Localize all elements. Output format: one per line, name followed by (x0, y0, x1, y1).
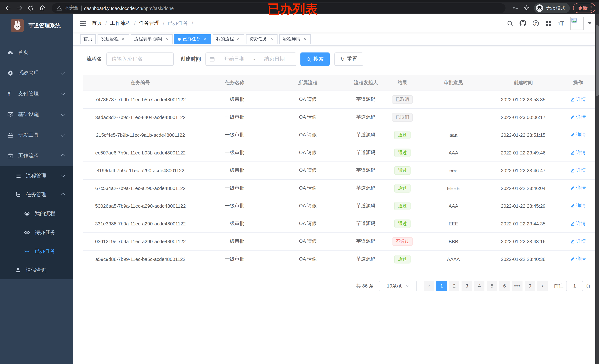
star-icon[interactable] (522, 4, 531, 12)
reset-button[interactable]: ↻ 重置 (335, 53, 363, 66)
task-id-cell: 3adac3d2-7b9d-11ec-8404-acde48001122 (83, 108, 198, 126)
close-icon[interactable] (269, 36, 274, 42)
view-tab[interactable]: 我的流程 (213, 34, 244, 44)
sidebar-item[interactable]: 研发工具 (0, 125, 73, 146)
incognito-label: 无痕模式 (546, 5, 565, 11)
search-button[interactable]: 搜索 (300, 53, 330, 66)
sidebar-item[interactable]: 待办任务 (0, 223, 73, 242)
sidebar-item[interactable]: 任务管理 (0, 185, 73, 204)
close-icon[interactable] (164, 36, 169, 42)
key-icon[interactable] (511, 4, 519, 12)
page-size-select[interactable]: 10条/页 (379, 281, 417, 291)
create-time-cell: 2022-01-22 23:51:15 (490, 126, 557, 144)
back-icon[interactable] (4, 4, 12, 12)
comment-cell: AAA (417, 197, 490, 215)
page-number-button[interactable]: 6 (499, 281, 510, 291)
page-number-button[interactable]: 5 (487, 281, 497, 291)
table-row: 03d1219e-7b9a-11ec-a290-acde48001122 一级审… (83, 232, 599, 250)
update-button[interactable]: 更新 (573, 3, 595, 13)
page-number-button[interactable]: 2 (449, 281, 459, 291)
comment-cell: eee (417, 161, 490, 179)
result-badge: 通过 (394, 255, 411, 263)
view-tab[interactable]: 发起流程 (97, 34, 129, 44)
sidebar-item[interactable]: 流程管理 (0, 166, 73, 185)
update-label: 更新 (578, 5, 588, 11)
forward-icon[interactable] (15, 4, 23, 12)
view-tab[interactable]: 待办任务 (246, 34, 278, 44)
goto-page-input[interactable]: 1 (566, 281, 583, 291)
fullscreen-icon[interactable] (546, 20, 552, 27)
close-icon[interactable] (302, 36, 308, 42)
prev-page-button[interactable]: ‹ (424, 281, 434, 291)
help-icon[interactable]: ? (532, 20, 539, 27)
date-range-input[interactable]: 开始日期 - 结束日期 (205, 53, 296, 66)
sidebar-item[interactable]: ¥ 支付管理 (0, 83, 73, 104)
create-time-cell: 2022-01-22 23:40:38 (490, 250, 557, 268)
chevron-icon (61, 71, 65, 75)
sidebar-item-label: 支付管理 (18, 90, 39, 97)
app-logo[interactable]: 芋道管理系统 (0, 14, 73, 37)
detail-link[interactable]: 详情 (570, 167, 586, 174)
create-time-cell: 2022-01-22 23:46:04 (490, 179, 557, 197)
breadcrumb-item[interactable]: 工作流程 (110, 20, 131, 27)
detail-link[interactable]: 详情 (570, 96, 586, 103)
breadcrumb-item[interactable]: 已办任务 (167, 20, 188, 27)
process-name-input[interactable]: 请输入流程名 (106, 53, 174, 66)
detail-link[interactable]: 详情 (570, 132, 586, 138)
menu-dots-icon[interactable] (590, 5, 592, 10)
page-number-button[interactable]: 4 (474, 281, 485, 291)
task-name-cell: 一级审批 (198, 126, 272, 144)
sidebar-item-label: 基础设施 (18, 111, 39, 118)
font-size-icon[interactable]: TT (558, 20, 564, 26)
avatar[interactable] (570, 17, 584, 30)
sidebar-item[interactable]: 已办任务 (0, 242, 73, 260)
page-number-button[interactable]: ••• (512, 281, 522, 291)
column-header: 审批意见 (417, 75, 490, 90)
task-name-cell: 一级审批 (198, 144, 272, 161)
detail-link[interactable]: 详情 (570, 203, 586, 209)
task-id-cell: 215cf4e5-7b9b-11ec-9a1b-acde48001122 (83, 126, 198, 144)
close-icon[interactable] (203, 36, 208, 42)
view-tab[interactable]: 流程表单-编辑 (131, 34, 173, 44)
view-tab[interactable]: 流程详情 (279, 34, 311, 44)
column-header: 操作 (557, 75, 599, 90)
goto-label: 前往 (554, 283, 564, 289)
detail-link[interactable]: 详情 (570, 149, 586, 156)
page-number-button[interactable]: 9 (525, 281, 535, 291)
sidebar-item[interactable]: 系统管理 (0, 63, 73, 83)
view-tab[interactable]: 首页 (80, 34, 96, 44)
detail-link[interactable]: 详情 (570, 256, 586, 262)
detail-link[interactable]: 详情 (570, 185, 586, 191)
page-number-button[interactable]: 3 (462, 281, 472, 291)
page-number-button[interactable]: 1 (437, 281, 447, 291)
detail-link[interactable]: 详情 (570, 220, 586, 227)
home-icon[interactable] (38, 4, 46, 12)
collapse-menu-icon[interactable] (79, 20, 87, 27)
caret-down-icon[interactable] (588, 22, 592, 24)
sidebar-item[interactable]: 我的流程 (0, 204, 73, 223)
close-icon[interactable] (121, 36, 126, 42)
detail-link[interactable]: 详情 (570, 114, 586, 120)
next-page-button[interactable]: › (537, 281, 548, 291)
breadcrumb-item[interactable]: 任务管理 (139, 20, 160, 27)
breadcrumb-item[interactable]: 首页 (92, 20, 102, 27)
search-icon[interactable] (507, 20, 513, 27)
sidebar-item[interactable]: 基础设施 (0, 104, 73, 125)
scrollbar-thumb[interactable] (596, 25, 599, 96)
detail-link[interactable]: 详情 (570, 238, 586, 245)
sidebar-item[interactable]: 首页 (0, 42, 73, 63)
close-icon[interactable] (236, 36, 241, 42)
tab-label: 流程详情 (283, 36, 300, 42)
starter-cell: 芋道源码 (344, 144, 388, 161)
task-name-cell: 一级审批 (198, 232, 272, 250)
reload-icon[interactable] (26, 4, 35, 12)
result-badge: 通过 (394, 184, 411, 192)
view-tab[interactable]: 已办任务 (174, 34, 211, 44)
sidebar-item[interactable]: 工作流程 (0, 146, 73, 166)
tab-label: 已办任务 (183, 36, 201, 42)
github-icon[interactable] (520, 20, 526, 27)
comment-cell: AAA (417, 144, 490, 161)
breadcrumb-separator: / (134, 20, 136, 26)
sidebar-item[interactable]: 请假查询 (0, 260, 73, 279)
page-scrollbar[interactable] (595, 14, 599, 364)
